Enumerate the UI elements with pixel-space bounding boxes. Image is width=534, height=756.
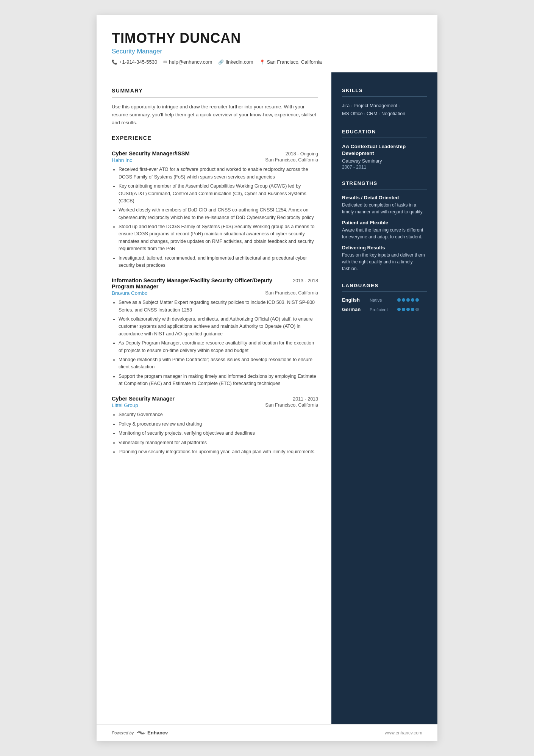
bullet: Monitoring of security projects, verifyi… xyxy=(119,430,318,437)
job-1-location: San Francisco, California xyxy=(265,157,318,163)
candidate-name: TIMOTHY DUNCAN xyxy=(112,30,422,46)
email-icon: ✉ xyxy=(163,59,167,65)
strength-3-desc: Focus on the key inputs and deliver them… xyxy=(342,252,427,272)
strengths-title: STRENGTHS xyxy=(342,180,427,186)
summary-title: SUMMARY xyxy=(112,88,318,94)
job-3-company-row: Littel Group San Francisco, California xyxy=(112,402,318,408)
strengths-divider xyxy=(342,189,427,189)
strength-3-name: Delivering Results xyxy=(342,245,427,250)
website-item: 🔗 linkedin.com xyxy=(218,59,253,65)
job-3-bullets: Security Governance Policy & procedures … xyxy=(112,411,318,455)
job-1-header: Cyber Security Manager/ISSM 2018 - Ongoi… xyxy=(112,150,318,157)
languages-section: LANGUAGES English Native German Pro xyxy=(342,283,427,312)
dot xyxy=(415,298,419,302)
job-3-date: 2011 - 2013 xyxy=(293,396,318,402)
lang-german-dots xyxy=(397,308,419,311)
job-3-title: Cyber Security Manager xyxy=(112,396,293,402)
resume-body: SUMMARY Use this opportunity to intrigue… xyxy=(97,72,437,724)
job-1: Cyber Security Manager/ISSM 2018 - Ongoi… xyxy=(112,150,318,269)
experience-title: EXPERIENCE xyxy=(112,135,318,141)
bullet: Support the program manager in making ti… xyxy=(119,373,318,388)
bullet: Stood up and lead the DCGS Family of Sys… xyxy=(119,223,318,253)
job-2-title: Information Security Manager/Facility Se… xyxy=(112,277,293,290)
strength-1: Results / Detail Oriented Dedicated to c… xyxy=(342,195,427,215)
dot xyxy=(402,308,405,311)
dot xyxy=(402,298,405,302)
job-1-date: 2018 - Ongoing xyxy=(286,151,318,157)
experience-section: EXPERIENCE Cyber Security Manager/ISSM 2… xyxy=(112,135,318,455)
job-1-bullets: Received first-ever ATO for a software p… xyxy=(112,166,318,269)
language-english: English Native xyxy=(342,297,427,303)
bullet: Vulnerability management for all platfor… xyxy=(119,439,318,446)
bullet: Work collaboratively with developers, ar… xyxy=(119,316,318,338)
footer-brand: Powered by Enhancv xyxy=(112,730,168,736)
lang-english-level: Native xyxy=(370,298,394,302)
strength-1-desc: Dedicated to completion of tasks in a ti… xyxy=(342,202,427,215)
education-title: EDUCATION xyxy=(342,129,427,135)
job-3-location: San Francisco, California xyxy=(265,402,318,408)
lang-german-name: German xyxy=(342,307,367,312)
phone-item: 📞 +1-914-345-5530 xyxy=(112,59,157,65)
candidate-title: Security Manager xyxy=(112,48,422,55)
skills-text: Jira · Project Management · MS Office · … xyxy=(342,102,427,118)
brand-name: Enhancv xyxy=(147,730,168,736)
bullet: Key contributing member of the Assembled… xyxy=(119,183,318,205)
dot xyxy=(406,308,410,311)
job-2-date: 2013 - 2018 xyxy=(293,278,318,283)
job-1-title: Cyber Security Manager/ISSM xyxy=(112,150,286,157)
education-divider xyxy=(342,138,427,138)
website-value: linkedin.com xyxy=(226,59,253,65)
summary-divider xyxy=(112,97,318,98)
job-2-header: Information Security Manager/Facility Se… xyxy=(112,277,318,290)
link-icon: 🔗 xyxy=(218,59,224,65)
lang-english-dots xyxy=(397,298,419,302)
language-german: German Proficient xyxy=(342,307,427,312)
location-icon: 📍 xyxy=(259,59,265,65)
bullet: Planning new security integrations for u… xyxy=(119,448,318,455)
right-column: SKILLS Jira · Project Management · MS Of… xyxy=(331,72,437,724)
job-1-company-row: Hahn Inc San Francisco, California xyxy=(112,157,318,163)
bullet: Worked closely with members of DoD CIO a… xyxy=(119,207,318,221)
strengths-section: STRENGTHS Results / Detail Oriented Dedi… xyxy=(342,180,427,272)
job-3-company: Littel Group xyxy=(112,402,138,408)
job-2: Information Security Manager/Facility Se… xyxy=(112,277,318,387)
experience-divider xyxy=(112,145,318,145)
edu-years: 2007 - 2011 xyxy=(342,164,427,170)
bullet: Manage relationship with Prime Contracto… xyxy=(119,356,318,371)
education-section: EDUCATION AA Contextual Leadership Devel… xyxy=(342,129,427,170)
skills-section: SKILLS Jira · Project Management · MS Of… xyxy=(342,88,427,118)
lang-german-level: Proficient xyxy=(370,307,394,312)
bullet: As Deputy Program Manager, coordinate re… xyxy=(119,340,318,354)
enhancv-logo: Enhancv xyxy=(137,730,168,736)
job-2-company-row: Bravura Combo San Francisco, California xyxy=(112,290,318,296)
bullet: Investigated, tailored, recommended, and… xyxy=(119,255,318,269)
phone-icon: 📞 xyxy=(112,59,117,65)
resume-wrapper: TIMOTHY DUNCAN Security Manager 📞 +1-914… xyxy=(97,15,437,741)
location-value: San Francisco, California xyxy=(267,59,322,65)
footer-website: www.enhancv.com xyxy=(385,730,422,736)
skills-divider xyxy=(342,96,427,97)
contact-row: 📞 +1-914-345-5530 ✉ help@enhancv.com 🔗 l… xyxy=(112,59,422,65)
bullet: Security Governance xyxy=(119,411,318,418)
strength-2-name: Patient and Flexible xyxy=(342,220,427,225)
edu-degree: AA Contextual Leadership Development xyxy=(342,143,427,158)
email-value: help@enhancv.com xyxy=(169,59,212,65)
dot xyxy=(397,298,401,302)
left-column: SUMMARY Use this opportunity to intrigue… xyxy=(97,72,331,724)
summary-section: SUMMARY Use this opportunity to intrigue… xyxy=(112,88,318,127)
email-item: ✉ help@enhancv.com xyxy=(163,59,212,65)
dot xyxy=(415,308,419,311)
powered-by-label: Powered by xyxy=(112,731,134,735)
dot xyxy=(411,298,414,302)
strength-2-desc: Aware that the learning curve is differe… xyxy=(342,227,427,240)
languages-title: LANGUAGES xyxy=(342,283,427,288)
strength-2: Patient and Flexible Aware that the lear… xyxy=(342,220,427,240)
location-item: 📍 San Francisco, California xyxy=(259,59,322,65)
job-2-location: San Francisco, California xyxy=(265,290,318,296)
lang-english-name: English xyxy=(342,297,367,303)
job-1-company: Hahn Inc xyxy=(112,157,132,163)
job-3: Cyber Security Manager 2011 - 2013 Litte… xyxy=(112,396,318,455)
job-2-bullets: Serve as a Subject Matter Expert regardi… xyxy=(112,299,318,387)
job-2-company: Bravura Combo xyxy=(112,290,148,296)
dot xyxy=(397,308,401,311)
